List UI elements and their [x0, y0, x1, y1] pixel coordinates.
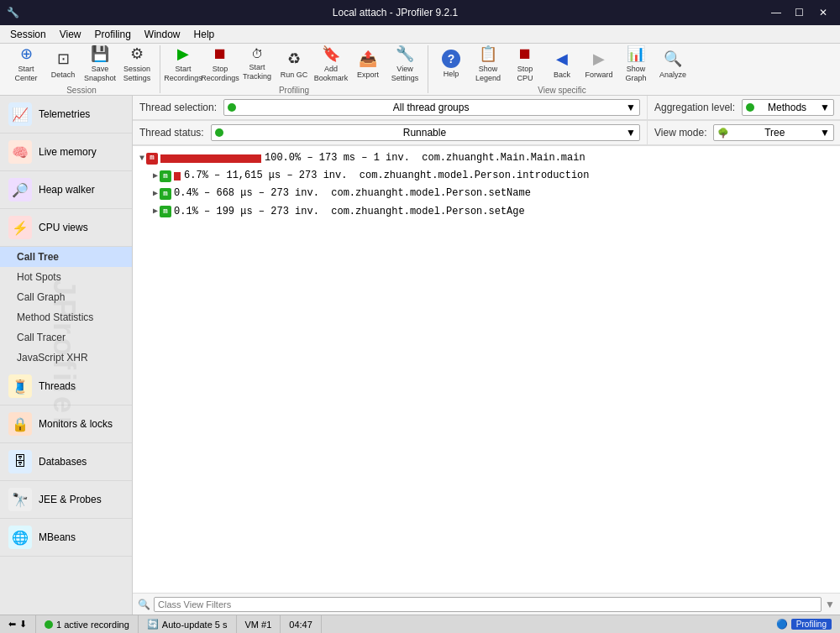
aggregation-level-label: Aggregation level:: [654, 102, 735, 113]
sidebar-item-databases[interactable]: 🗄 Databases: [0, 443, 132, 481]
title-bar: 🔧 Local attach - JProfiler 9.2.1 — ☐ ✕: [0, 0, 840, 25]
sidebar-item-live-memory[interactable]: 🧠 Live memory: [0, 133, 132, 171]
content-header-row2: Thread status: Runnable ▼ View mode: 🌳 T…: [133, 121, 840, 146]
forward-button[interactable]: ▶ Forward: [581, 44, 617, 84]
sidebar-sub-item-hot-spots[interactable]: Hot Spots: [0, 267, 132, 287]
autoupdate-text: Auto-update 5 s: [162, 620, 228, 630]
threads-label: Threads: [39, 380, 76, 392]
export-label: Export: [357, 71, 379, 80]
time-text: 04:47: [289, 620, 312, 630]
bottom-section-recording: 1 active recording: [36, 615, 139, 633]
back-button[interactable]: ◀ Back: [544, 44, 580, 84]
export-button[interactable]: 📤 Export: [350, 44, 386, 84]
stop-recordings-button[interactable]: ⏹ StopRecordings: [202, 44, 238, 84]
green-dot-agg: [746, 103, 754, 112]
detach-label: Detach: [51, 71, 76, 80]
header-left-row1: Thread selection: All thread groups ▼: [133, 96, 647, 120]
sidebar-sub-item-call-tracer[interactable]: Call Tracer: [0, 327, 132, 348]
toolbar-group-profiling: ▶ StartRecordings ⏹ StopRecordings ⏱ Sta…: [160, 45, 428, 93]
tree-toggle-0[interactable]: ▼: [139, 152, 144, 165]
databases-label: Databases: [39, 456, 87, 468]
class-filter-input[interactable]: [154, 597, 822, 612]
analyze-label: Analyze: [659, 71, 686, 80]
sidebar: JProfiler 📈 Telemetries 🧠 Live memory 🔎 …: [0, 96, 133, 615]
menu-profiling[interactable]: Profiling: [88, 27, 138, 42]
tree-toggle-1[interactable]: ▶: [153, 170, 158, 183]
sidebar-item-monitors-locks[interactable]: 🔒 Monitors & locks: [0, 405, 132, 443]
sidebar-sub-item-call-graph[interactable]: Call Graph: [0, 287, 132, 307]
view-mode-arrow: ▼: [820, 127, 830, 139]
tree-row-text-2: 0.4% – 668 μs – 273 inv. com.zhuanght.mo…: [174, 186, 531, 201]
view-settings-button[interactable]: 🔧 ViewSettings: [387, 44, 423, 84]
menu-window[interactable]: Window: [138, 27, 187, 42]
thread-status-select[interactable]: Runnable ▼: [211, 124, 640, 141]
sidebar-item-telemetries[interactable]: 📈 Telemetries: [0, 96, 132, 133]
menu-view[interactable]: View: [53, 27, 88, 42]
sidebar-item-heap-walker[interactable]: 🔎 Heap walker: [0, 171, 132, 209]
sidebar-sub-item-javascript-xhr[interactable]: JavaScript XHR: [0, 348, 132, 368]
call-tree-area: ▼ m 100.0% – 173 ms – 1 inv. com.zhuangh…: [133, 146, 840, 593]
start-tracking-button[interactable]: ⏱ StartTracking: [239, 44, 275, 84]
maximize-button[interactable]: ☐: [790, 4, 810, 21]
session-settings-button[interactable]: ⚙ SessionSettings: [119, 44, 155, 84]
start-center-label: StartCenter: [14, 65, 37, 83]
thread-selection-label: Thread selection:: [139, 102, 217, 113]
nav-right-icon: ⬇: [19, 619, 27, 630]
show-legend-icon: 📋: [478, 44, 498, 63]
menu-session[interactable]: Session: [3, 27, 53, 42]
detach-icon: ⊡: [53, 49, 73, 69]
recording-text: 1 active recording: [56, 620, 129, 630]
show-graph-label: ShowGraph: [625, 65, 646, 83]
sidebar-item-jee-probes[interactable]: 🔭 JEE & Probes: [0, 481, 132, 519]
filter-dropdown-arrow[interactable]: ▼: [825, 599, 835, 610]
tree-toggle-3[interactable]: ▶: [153, 205, 158, 218]
table-row[interactable]: ▶ m 0.4% – 668 μs – 273 inv. com.zhuangh…: [133, 185, 840, 202]
stop-cpu-button[interactable]: ⏹ StopCPU: [507, 44, 543, 84]
minimize-button[interactable]: —: [766, 4, 786, 21]
sidebar-item-cpu-views[interactable]: ⚡ CPU views: [0, 209, 132, 247]
content-header-row1: Thread selection: All thread groups ▼ Ag…: [133, 96, 840, 121]
sidebar-sub-item-call-tree[interactable]: Call Tree: [0, 247, 132, 267]
tree-toggle-2[interactable]: ▶: [153, 187, 158, 201]
telemetries-icon: 📈: [8, 102, 32, 126]
monitors-locks-label: Monitors & locks: [39, 418, 113, 430]
show-graph-button[interactable]: 📊 ShowGraph: [618, 44, 654, 84]
sidebar-item-mbeans[interactable]: 🌐 MBeans: [0, 519, 132, 557]
table-row[interactable]: ▶ m 6.7% – 11,615 μs – 273 inv. com.zhua…: [133, 167, 840, 185]
aggregation-level-bar: Aggregation level: Methods ▼: [648, 96, 840, 120]
start-tracking-icon: ⏱: [247, 46, 267, 61]
start-center-button[interactable]: ⊕ StartCenter: [8, 44, 44, 84]
sidebar-item-threads[interactable]: 🧵 Threads: [0, 368, 132, 405]
thread-selection-select[interactable]: All thread groups ▼: [223, 99, 640, 116]
content-area: Thread selection: All thread groups ▼ Ag…: [133, 96, 840, 615]
jee-probes-label: JEE & Probes: [39, 494, 102, 505]
table-row[interactable]: ▶ m 0.1% – 199 μs – 273 inv. com.zhuangh…: [133, 203, 840, 221]
analyze-button[interactable]: 🔍 Analyze: [655, 44, 690, 84]
run-gc-button[interactable]: ♻ Run GC: [276, 44, 312, 84]
threads-icon: 🧵: [8, 374, 32, 398]
show-legend-button[interactable]: 📋 ShowLegend: [470, 44, 506, 84]
header-right-row2: View mode: 🌳 Tree ▼: [647, 121, 840, 145]
stop-recordings-icon: ⏹: [210, 45, 230, 63]
close-button[interactable]: ✕: [813, 4, 833, 21]
run-gc-icon: ♻: [284, 49, 304, 69]
title-bar-title: Local attach - JProfiler 9.2.1: [333, 7, 458, 18]
detach-button[interactable]: ⊡ Detach: [45, 44, 81, 84]
add-bookmark-icon: 🔖: [321, 44, 341, 63]
view-mode-select[interactable]: 🌳 Tree ▼: [713, 124, 834, 141]
start-recordings-button[interactable]: ▶ StartRecordings: [165, 44, 201, 84]
tree-row-text-0: 100.0% – 173 ms – 1 inv. com.zhuanght.Ma…: [265, 150, 585, 166]
menu-help[interactable]: Help: [187, 27, 222, 42]
help-label: Help: [444, 70, 459, 79]
main-area: JProfiler 📈 Telemetries 🧠 Live memory 🔎 …: [0, 96, 840, 615]
thread-status-value: Runnable: [403, 127, 446, 139]
back-icon: ◀: [552, 49, 572, 69]
cpu-views-label: CPU views: [39, 222, 88, 233]
aggregation-level-select[interactable]: Methods ▼: [742, 99, 834, 116]
autoupdate-icon: 🔄: [147, 619, 159, 630]
add-bookmark-button[interactable]: 🔖 AddBookmark: [313, 44, 349, 84]
save-snapshot-button[interactable]: 💾 SaveSnapshot: [82, 44, 118, 84]
sidebar-sub-item-method-statistics[interactable]: Method Statistics: [0, 307, 132, 327]
table-row[interactable]: ▼ m 100.0% – 173 ms – 1 inv. com.zhuangh…: [133, 149, 840, 167]
help-button[interactable]: ? Help: [433, 44, 469, 84]
